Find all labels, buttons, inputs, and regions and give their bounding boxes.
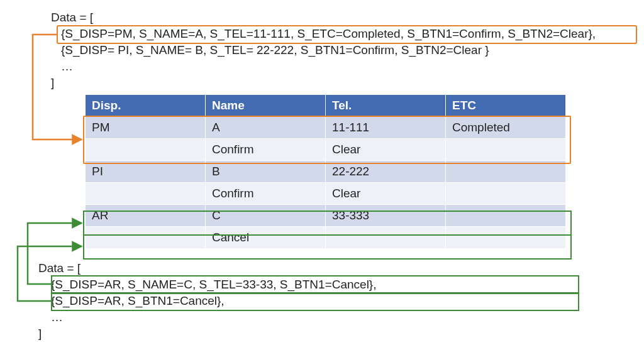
- highlight-box-green-code-1: [51, 275, 579, 294]
- code-line: …: [36, 309, 379, 326]
- code-line: ]: [48, 75, 598, 91]
- th-name: Name: [206, 95, 326, 117]
- cell-empty: [86, 183, 206, 205]
- cell-btn1[interactable]: Confirm: [206, 183, 326, 205]
- th-etc: ETC: [446, 95, 566, 117]
- cell-empty: [446, 183, 566, 205]
- highlight-box-green-code-2: [51, 292, 579, 311]
- code-line: {S_DISP= PI, S_NAME= B, S_TEL= 22-222, S…: [48, 42, 598, 58]
- code-line: ]: [36, 326, 379, 342]
- cell-btn2[interactable]: Clear: [326, 183, 446, 205]
- highlight-box-orange-table: [83, 116, 571, 164]
- code-line: …: [48, 58, 598, 75]
- highlight-box-green-table-1: [83, 211, 572, 236]
- highlight-box-orange-code: [57, 25, 637, 44]
- code-block-top: Data = [ {S_DISP=PM, S_NAME=A, S_TEL=11-…: [48, 9, 598, 91]
- th-tel: Tel.: [326, 95, 446, 117]
- code-line: Data = [: [48, 9, 598, 26]
- highlight-box-green-table-2: [83, 234, 572, 260]
- th-disp: Disp.: [86, 95, 206, 117]
- code-line: Data = [: [36, 260, 379, 277]
- table-header-row: Disp. Name Tel. ETC: [86, 95, 566, 117]
- table-row-buttons: Confirm Clear: [86, 183, 566, 205]
